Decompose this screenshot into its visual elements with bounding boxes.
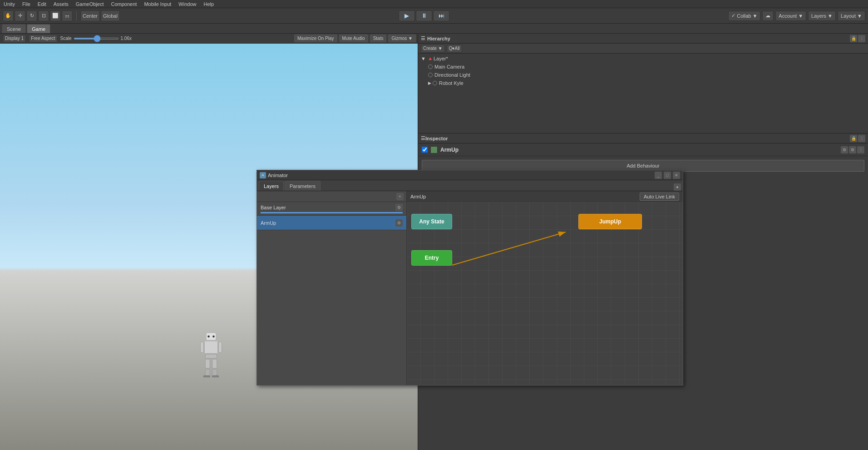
layers-btn[interactable]: Layers ▼ bbox=[808, 11, 836, 21]
armup-layer-name: ArmUp bbox=[261, 220, 276, 226]
aspect-dropdown[interactable]: Free Aspect bbox=[29, 35, 57, 43]
svg-point-11 bbox=[207, 336, 210, 338]
jump-up-label: JumpUp bbox=[599, 218, 621, 225]
hierarchy-header-right: 🔒 ⋮ bbox=[850, 35, 865, 42]
animator-eye-btn[interactable]: ● bbox=[674, 183, 681, 191]
gizmos-btn[interactable]: Gizmos ▼ bbox=[388, 35, 416, 42]
svg-point-12 bbox=[212, 336, 215, 338]
hierarchy-toolbar: Create ▼ Q▾All bbox=[418, 44, 868, 54]
state-any-state[interactable]: Any State bbox=[411, 214, 452, 229]
add-layer-btn[interactable]: + bbox=[396, 193, 404, 200]
cloud-btn[interactable]: ☁ bbox=[762, 11, 774, 21]
display-dropdown[interactable]: Display 1 bbox=[3, 35, 26, 43]
hierarchy-item-robot[interactable]: ▶ Robot Kyle bbox=[418, 79, 868, 87]
rotate-tool[interactable]: ↻ bbox=[26, 10, 37, 21]
light-icon bbox=[428, 73, 433, 77]
pivot-group: Center Global bbox=[80, 10, 120, 21]
animator-graph: ArmUp Auto Live Link Any State Entry Jum… bbox=[407, 191, 683, 385]
multi-tool[interactable]: ⚏ bbox=[62, 10, 73, 21]
tab-game[interactable]: Game bbox=[27, 24, 50, 33]
inspector-menu-btn[interactable]: ⋮ bbox=[858, 135, 865, 142]
pause-button[interactable]: ⏸ bbox=[416, 10, 432, 21]
account-btn[interactable]: Account ▼ bbox=[775, 11, 806, 21]
layout-btn[interactable]: Layout ▼ bbox=[838, 11, 865, 21]
menu-item-window[interactable]: Window bbox=[178, 1, 197, 7]
state-entry[interactable]: Entry bbox=[411, 250, 452, 266]
hand-tool[interactable]: ✋ bbox=[3, 10, 14, 21]
inspector-tag-btn[interactable]: ⚙ bbox=[849, 146, 856, 153]
scene-icon: 🔺 bbox=[427, 56, 434, 62]
step-button[interactable]: ⏭ bbox=[433, 10, 449, 21]
animator-collapse-btn[interactable]: _ bbox=[655, 172, 662, 179]
menu-item-component[interactable]: Component bbox=[110, 1, 138, 7]
menu-item-file[interactable]: File bbox=[21, 1, 31, 7]
menu-item-edit[interactable]: Edit bbox=[37, 1, 47, 7]
base-layer-name: Base Layer bbox=[261, 205, 286, 210]
menu-item-help[interactable]: Help bbox=[202, 1, 215, 7]
move-tool[interactable]: ✛ bbox=[15, 10, 25, 21]
tab-scene[interactable]: Scene bbox=[2, 24, 26, 33]
layers-header: + bbox=[257, 191, 406, 202]
scale-row: Scale 1.06x bbox=[60, 36, 132, 41]
layer-item-left-armup: ArmUp bbox=[261, 220, 276, 226]
hierarchy-item-light[interactable]: Directional Light bbox=[418, 71, 868, 79]
menu-item-assets[interactable]: Assets bbox=[53, 1, 69, 7]
hierarchy-panel: ☰ Hierarchy 🔒 ⋮ Create ▼ Q▾All ▼ 🔺 Layer… bbox=[418, 34, 868, 134]
inspector-icon: ☰ bbox=[421, 135, 425, 141]
svg-rect-3 bbox=[218, 342, 222, 353]
animator-tabs-row: Layers Parameters ● bbox=[257, 180, 683, 191]
auto-live-link-btn[interactable]: Auto Live Link bbox=[640, 193, 679, 201]
layer-arrow: ▼ bbox=[421, 56, 426, 61]
search-hierarchy-btn[interactable]: Q▾All bbox=[447, 45, 462, 53]
space-btn[interactable]: Global bbox=[101, 10, 120, 21]
svg-rect-1 bbox=[204, 341, 217, 353]
menu-item-gameobject[interactable]: GameObject bbox=[75, 1, 105, 7]
pause-icon: ⏸ bbox=[421, 12, 427, 19]
svg-rect-2 bbox=[200, 342, 203, 353]
animator-tab-parameters[interactable]: Parameters bbox=[285, 181, 321, 191]
maximize-on-play-btn[interactable]: Maximize On Play bbox=[294, 35, 337, 42]
animator-close-btn[interactable]: ✕ bbox=[673, 172, 680, 179]
stats-btn[interactable]: Stats bbox=[370, 35, 387, 42]
armup-layer-settings-btn[interactable]: ⚙ bbox=[395, 219, 403, 227]
scale-label: Scale bbox=[60, 36, 72, 41]
hierarchy-item-layer[interactable]: ▼ 🔺 Layer* bbox=[418, 54, 868, 63]
hierarchy-menu-btn[interactable]: ⋮ bbox=[858, 35, 865, 42]
viewport-toolbar: Display 1 Free Aspect Scale 1.06x Maximi… bbox=[0, 34, 418, 44]
layer-name: Layer* bbox=[434, 56, 448, 61]
hierarchy-lock-btn[interactable]: 🔒 bbox=[850, 35, 857, 42]
state-jump-up[interactable]: JumpUp bbox=[578, 214, 642, 229]
step-icon: ⏭ bbox=[439, 12, 444, 19]
layer-item-base[interactable]: Base Layer ⚙ bbox=[257, 202, 406, 216]
entry-label: Entry bbox=[425, 255, 439, 261]
toolbar: ✋ ✛ ↻ ⊡ ⬜ ⚏ Center Global ▶ ⏸ ⏭ ✓ Collab… bbox=[0, 8, 868, 24]
inspector-obj-row: ArmUp ⚙ ⚙ ⋮ bbox=[418, 143, 868, 156]
scale-slider[interactable] bbox=[74, 38, 119, 40]
inspector-more-btn[interactable]: ⋮ bbox=[857, 146, 864, 153]
create-btn[interactable]: Create ▼ bbox=[421, 45, 445, 53]
hierarchy-content: ▼ 🔺 Layer* Main Camera Directional Light bbox=[418, 54, 868, 133]
svg-rect-4 bbox=[205, 354, 217, 358]
animator-body: + Base Layer ⚙ ArmUp bbox=[257, 191, 683, 385]
inspector-lock-btn[interactable]: 🔒 bbox=[850, 135, 857, 142]
play-button[interactable]: ▶ bbox=[399, 10, 415, 21]
scale-tool[interactable]: ⊡ bbox=[38, 10, 49, 21]
layer-name-row-base: Base Layer ⚙ bbox=[261, 204, 403, 211]
rect-tool[interactable]: ⬜ bbox=[50, 10, 61, 21]
mute-audio-btn[interactable]: Mute Audio bbox=[339, 35, 368, 42]
menu-item-unity[interactable]: Unity bbox=[3, 1, 16, 7]
view-tabs: Scene Game bbox=[0, 24, 868, 34]
hierarchy-item-camera[interactable]: Main Camera bbox=[418, 63, 868, 71]
animator-expand-btn[interactable]: □ bbox=[664, 172, 671, 179]
animator-tab-layers[interactable]: Layers bbox=[259, 181, 284, 191]
play-icon: ▶ bbox=[404, 12, 409, 19]
robot-name: Robot Kyle bbox=[439, 80, 464, 86]
menu-item-mobile-input[interactable]: Mobile Input bbox=[143, 1, 172, 7]
base-layer-settings-btn[interactable]: ⚙ bbox=[395, 204, 403, 211]
pivot-btn[interactable]: Center bbox=[80, 10, 100, 21]
collab-btn[interactable]: ✓ Collab ▼ bbox=[728, 11, 760, 21]
menu-bar: Unity File Edit Assets GameObject Compon… bbox=[0, 0, 868, 8]
obj-active-checkbox[interactable] bbox=[422, 147, 428, 153]
layer-item-armup[interactable]: ArmUp ⚙ bbox=[257, 216, 406, 230]
inspector-layer-btn[interactable]: ⚙ bbox=[841, 146, 848, 153]
